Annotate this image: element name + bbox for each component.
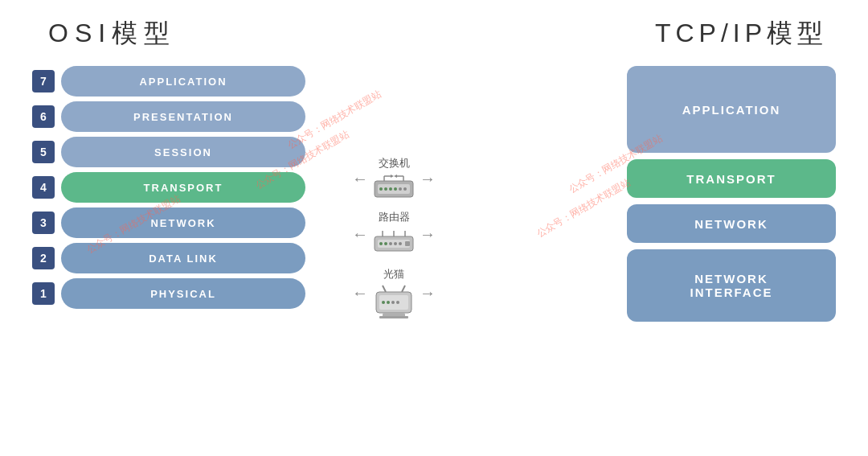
tcpip-network-label: NETWORK — [694, 217, 768, 231]
svg-point-32 — [396, 301, 399, 304]
layer-pill-physical: PHYSICAL — [61, 278, 305, 309]
osi-section: OSI模型 7 APPLICATION 6 PRESENTATION 5 SES… — [32, 16, 305, 314]
arrow-left-router: ← — [352, 225, 368, 244]
tcpip-netinterface-label2: INTERFACE — [690, 286, 772, 299]
layer-number-6: 6 — [32, 105, 55, 128]
layer-pill-application: APPLICATION — [61, 66, 305, 97]
osi-layers: 7 APPLICATION 6 PRESENTATION 5 SESSION 4… — [32, 66, 305, 314]
tcpip-netinterface-label1: NETWORK — [694, 272, 768, 286]
router-icon — [373, 227, 415, 259]
arrow-left-modem: ← — [352, 284, 368, 302]
main-container: OSI模型 7 APPLICATION 6 PRESENTATION 5 SES… — [0, 0, 868, 456]
tcpip-section: TCP/IP模型 APPLICATION TRANSPORT NETWORK N… — [490, 16, 836, 328]
svg-point-16 — [379, 242, 383, 245]
router-device: 路由器 — [373, 210, 415, 259]
tcpip-network-block: NETWORK — [627, 204, 836, 243]
svg-line-25 — [383, 286, 386, 292]
layer-pill-session: SESSION — [61, 137, 305, 167]
osi-layer-1: 1 PHYSICAL — [32, 278, 305, 309]
arrow-right-modem: → — [420, 284, 436, 302]
svg-point-7 — [403, 187, 407, 191]
layer-number-7: 7 — [32, 70, 55, 92]
layer-number-2: 2 — [32, 247, 55, 269]
layer-number-1: 1 — [32, 282, 55, 305]
layer-pill-datalink: DATA LINK — [61, 243, 305, 273]
osi-layer-5: 5 SESSION — [32, 137, 305, 167]
osi-layer-7: 7 APPLICATION — [32, 66, 305, 97]
svg-point-2 — [379, 187, 383, 191]
svg-point-3 — [384, 187, 387, 191]
middle-section: ← 交换机 — [305, 66, 482, 319]
osi-layer-3: 3 NETWORK — [32, 207, 305, 238]
switch-label: 交换机 — [379, 156, 410, 170]
svg-rect-21 — [405, 241, 410, 246]
svg-point-18 — [389, 242, 392, 245]
svg-rect-34 — [379, 316, 408, 318]
switch-icon — [373, 173, 415, 202]
svg-point-6 — [399, 187, 402, 191]
tcpip-layers: APPLICATION TRANSPORT NETWORK NETWORK IN… — [627, 66, 836, 328]
osi-layer-2: 2 DATA LINK — [32, 243, 305, 273]
tcpip-title: TCP/IP模型 — [655, 16, 836, 51]
arrow-right-router: → — [420, 225, 436, 244]
layer-number-5: 5 — [32, 141, 55, 163]
svg-line-26 — [402, 286, 405, 292]
layer-pill-network: NETWORK — [61, 207, 305, 238]
svg-point-19 — [394, 242, 397, 245]
osi-layer-6: 6 PRESENTATION — [32, 101, 305, 132]
modem-device: 光猫 — [373, 267, 415, 319]
svg-point-20 — [399, 242, 402, 245]
tcpip-transport-label: TRANSPORT — [686, 172, 776, 186]
switch-device: 交换机 — [373, 156, 415, 202]
layer-number-4: 4 — [32, 176, 55, 199]
tcpip-app-block: APPLICATION — [627, 66, 836, 153]
tcpip-transport-block: TRANSPORT — [627, 159, 836, 198]
router-label: 路由器 — [379, 210, 410, 224]
modem-icon — [373, 284, 415, 319]
layer-pill-transport: TRANSPORT — [61, 172, 305, 203]
tcpip-netinterface-block: NETWORK INTERFACE — [627, 249, 836, 322]
svg-point-17 — [384, 242, 387, 245]
modem-label: 光猫 — [383, 267, 404, 281]
layer-number-3: 3 — [32, 212, 55, 234]
arrow-right-switch: → — [420, 170, 436, 188]
osi-title: OSI模型 — [32, 16, 176, 51]
svg-marker-12 — [391, 175, 394, 178]
svg-point-30 — [387, 301, 390, 304]
osi-layer-4: 4 TRANSPORT — [32, 172, 305, 203]
svg-point-29 — [382, 301, 385, 304]
svg-point-31 — [391, 301, 395, 304]
arrow-left-switch: ← — [352, 170, 368, 188]
tcpip-app-label: APPLICATION — [682, 103, 781, 117]
layer-pill-presentation: PRESENTATION — [61, 101, 305, 132]
svg-marker-13 — [394, 175, 397, 178]
svg-point-5 — [394, 187, 397, 191]
svg-point-4 — [389, 187, 392, 191]
